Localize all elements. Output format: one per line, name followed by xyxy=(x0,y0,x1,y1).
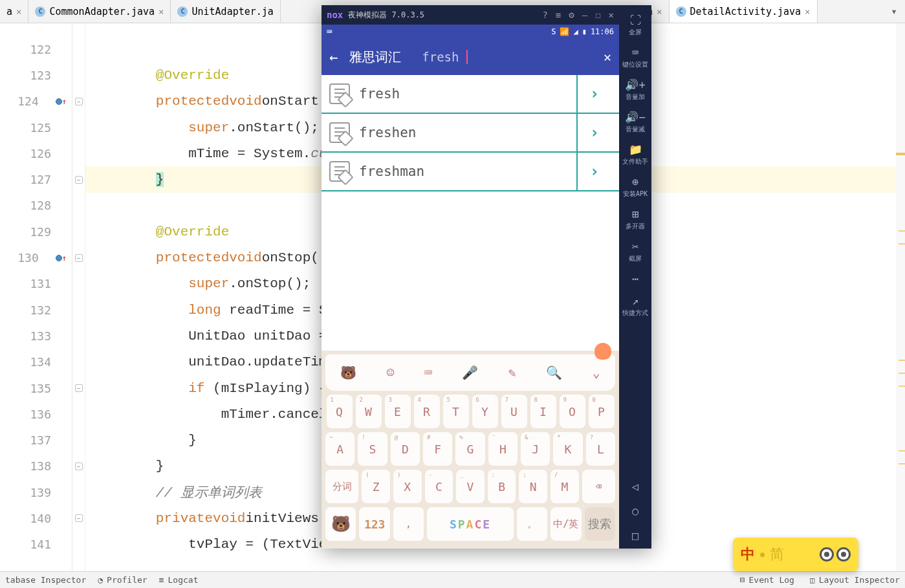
key-d[interactable]: @D xyxy=(391,432,420,466)
sticker-key[interactable]: 🐻 xyxy=(325,507,356,541)
fold-icon[interactable]: − xyxy=(75,176,83,184)
db-inspector-tab[interactable]: tabase Inspector xyxy=(5,575,86,585)
key-l[interactable]: ?L xyxy=(586,432,615,466)
fold-icon[interactable]: − xyxy=(75,254,83,262)
ime-indicator[interactable]: 中 ● 简 xyxy=(733,538,858,571)
tab-partial-left[interactable]: a× xyxy=(0,0,28,23)
nox-side-more[interactable]: ⋯ xyxy=(622,268,648,290)
class-icon: C xyxy=(676,6,686,17)
tabs-overflow-icon[interactable]: ▾ xyxy=(883,5,905,17)
nox-titlebar[interactable]: nox 夜神模拟器 7.0.3.5 ? ≡ ⚙ — ☐ ✕ xyxy=(322,5,619,25)
key-r[interactable]: 4R xyxy=(414,395,440,428)
list-item[interactable]: freshman› xyxy=(322,153,619,191)
feather-icon[interactable]: ✎ xyxy=(508,365,516,380)
tab-common-adapter[interactable]: CCommonAdapter.java× xyxy=(28,0,171,23)
list-item[interactable]: freshen› xyxy=(322,114,619,153)
ime-mode: 中 xyxy=(741,545,755,564)
event-log-tab[interactable]: ⊟Event Log xyxy=(740,575,794,585)
nox-side-截屏[interactable]: ✂截屏 xyxy=(622,235,648,268)
key-x[interactable]: )X xyxy=(393,470,422,503)
mic-icon[interactable]: 🎤 xyxy=(462,365,478,380)
close-icon[interactable]: ✕ xyxy=(609,10,614,20)
android-home-icon[interactable]: ○ xyxy=(632,505,638,517)
layout-inspector-tab[interactable]: ◫Layout Inspector xyxy=(810,575,900,585)
key-u[interactable]: 7U xyxy=(501,395,527,428)
fold-icon[interactable]: − xyxy=(75,514,83,522)
back-icon[interactable]: ← xyxy=(329,49,338,65)
space-key[interactable]: SPACE xyxy=(427,507,513,541)
key-z[interactable]: (Z xyxy=(362,470,390,503)
key-p[interactable]: 0P xyxy=(589,395,615,428)
tab-unit-adapter[interactable]: CUnitAdapter.ja xyxy=(171,0,280,23)
key-f[interactable]: #F xyxy=(423,432,452,466)
maximize-icon[interactable]: ☐ xyxy=(595,10,600,20)
clear-search-icon[interactable]: ✕ xyxy=(604,49,611,65)
close-icon[interactable]: × xyxy=(16,6,21,17)
android-recents-icon[interactable]: □ xyxy=(632,529,638,542)
key-o[interactable]: 9O xyxy=(560,395,585,428)
chevron-right-icon[interactable]: › xyxy=(576,75,611,113)
chevron-down-icon[interactable]: ⌄ xyxy=(593,365,600,380)
search-input[interactable]: fresh xyxy=(422,50,468,64)
fold-icon[interactable]: − xyxy=(75,98,83,105)
key-e[interactable]: 3E xyxy=(385,395,411,428)
close-icon[interactable]: × xyxy=(657,6,662,17)
key-w[interactable]: 2W xyxy=(356,395,382,428)
emoji-icon[interactable]: ☺ xyxy=(387,365,395,380)
key-b[interactable]: :B xyxy=(488,470,516,503)
key-m[interactable]: /M xyxy=(551,470,579,503)
period-key[interactable]: 。 xyxy=(517,507,547,541)
nox-side-安装APK[interactable]: ⊕安装APK xyxy=(622,171,648,203)
backspace-key[interactable]: ⌫ xyxy=(582,470,615,503)
fold-icon[interactable]: − xyxy=(75,463,83,470)
tab-detail-activity[interactable]: CDetailActivity.java× xyxy=(670,0,818,23)
search-icon[interactable]: 🔍 xyxy=(546,365,562,380)
list-item[interactable]: fresh› xyxy=(322,75,619,114)
close-icon[interactable]: × xyxy=(158,6,164,17)
chevron-right-icon[interactable]: › xyxy=(576,153,611,190)
profiler-tab[interactable]: ◔Profiler xyxy=(98,575,147,585)
num-key[interactable]: 123 xyxy=(359,507,389,541)
fenci-key[interactable]: 分词 xyxy=(325,470,358,503)
keyboard-icon[interactable]: ⌨ xyxy=(424,365,432,380)
sticker-icon[interactable]: 🐻 xyxy=(340,365,356,380)
gear-icon[interactable]: ⚙ xyxy=(569,10,574,20)
key-k[interactable]: *K xyxy=(553,432,582,466)
override-icon[interactable] xyxy=(56,255,62,261)
key-v[interactable]: _V xyxy=(456,470,485,503)
wifi-icon: 📶 xyxy=(560,27,569,36)
nox-side-键位设置[interactable]: ⌨键位设置 xyxy=(622,41,648,74)
menu-icon[interactable]: ≡ xyxy=(556,10,561,20)
key-s[interactable]: !S xyxy=(358,432,387,466)
nox-side-多开器[interactable]: ⊞多开器 xyxy=(622,203,648,235)
lang-key[interactable]: 中/英 xyxy=(551,507,581,541)
logcat-tab[interactable]: ≡Logcat xyxy=(159,575,199,585)
chevron-right-icon[interactable]: › xyxy=(576,114,611,151)
key-q[interactable]: 1Q xyxy=(327,395,353,428)
nox-side-音量减[interactable]: 🔊−音量减 xyxy=(622,106,648,138)
key-j[interactable]: &J xyxy=(521,432,550,466)
minimize-icon[interactable]: — xyxy=(582,10,587,20)
key-t[interactable]: 5T xyxy=(443,395,469,428)
key-i[interactable]: 8I xyxy=(530,395,556,428)
nox-side-全屏[interactable]: ⛶全屏 xyxy=(622,9,648,41)
nox-side-音量加[interactable]: 🔊+音量加 xyxy=(622,74,648,106)
nox-side-快捷方式[interactable]: ↗快捷方式 xyxy=(622,290,648,322)
key-h[interactable]: 'H xyxy=(488,432,518,466)
comma-key[interactable]: , xyxy=(393,507,424,541)
key-g[interactable]: %G xyxy=(455,432,485,466)
fold-icon[interactable]: − xyxy=(75,384,83,392)
key-c[interactable]: -C xyxy=(425,470,453,503)
search-key[interactable]: 搜索 xyxy=(585,507,615,541)
key-n[interactable]: ;N xyxy=(519,470,547,503)
nox-side-文件助手[interactable]: 📁文件助手 xyxy=(622,138,648,171)
override-icon[interactable] xyxy=(56,98,62,105)
key-y[interactable]: 6Y xyxy=(472,395,498,428)
close-icon[interactable]: × xyxy=(805,6,810,17)
android-back-icon[interactable]: ◁ xyxy=(632,480,638,493)
ime-variant: 简 xyxy=(770,545,784,564)
error-stripe[interactable] xyxy=(896,23,905,571)
help-icon[interactable]: ? xyxy=(542,10,547,20)
key-a[interactable]: ~A xyxy=(325,432,354,466)
fox-icon[interactable] xyxy=(594,343,611,360)
